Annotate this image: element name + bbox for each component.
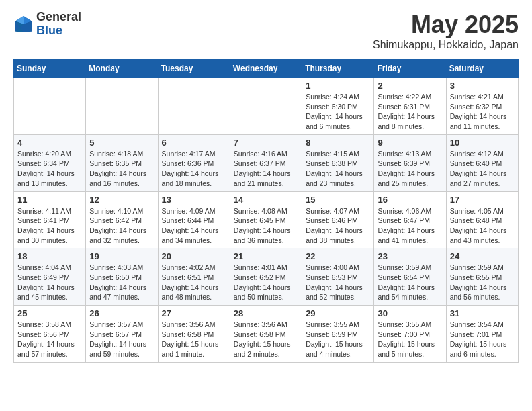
day-info: Sunrise: 4:00 AM Sunset: 6:53 PM Dayligh… [306, 263, 370, 302]
calendar-cell: 2Sunrise: 4:22 AM Sunset: 6:31 PM Daylig… [374, 78, 446, 135]
day-info: Sunrise: 4:18 AM Sunset: 6:35 PM Dayligh… [89, 149, 154, 189]
calendar-cell: 11Sunrise: 4:11 AM Sunset: 6:41 PM Dayli… [14, 191, 86, 248]
calendar-cell: 26Sunrise: 3:57 AM Sunset: 6:57 PM Dayli… [86, 306, 158, 363]
day-info: Sunrise: 4:05 AM Sunset: 6:48 PM Dayligh… [450, 206, 515, 246]
day-info: Sunrise: 3:56 AM Sunset: 6:58 PM Dayligh… [234, 320, 298, 359]
calendar-cell: 16Sunrise: 4:06 AM Sunset: 6:47 PM Dayli… [374, 191, 446, 248]
day-number: 16 [378, 195, 442, 205]
calendar-cell: 18Sunrise: 4:04 AM Sunset: 6:49 PM Dayli… [14, 248, 86, 306]
calendar-cell: 28Sunrise: 3:56 AM Sunset: 6:58 PM Dayli… [230, 306, 302, 363]
title-block: May 2025 Shimukappu, Hokkaido, Japan [373, 11, 519, 51]
day-info: Sunrise: 4:11 AM Sunset: 6:41 PM Dayligh… [17, 206, 82, 246]
calendar-cell: 1Sunrise: 4:24 AM Sunset: 6:30 PM Daylig… [302, 78, 374, 135]
calendar-cell: 20Sunrise: 4:02 AM Sunset: 6:51 PM Dayli… [158, 248, 230, 306]
day-header-saturday: Saturday [446, 60, 518, 78]
calendar-cell: 9Sunrise: 4:13 AM Sunset: 6:39 PM Daylig… [374, 134, 446, 191]
day-number: 27 [162, 308, 226, 318]
calendar-cell: 23Sunrise: 3:59 AM Sunset: 6:54 PM Dayli… [374, 248, 446, 306]
day-info: Sunrise: 3:59 AM Sunset: 6:54 PM Dayligh… [378, 263, 442, 302]
day-info: Sunrise: 4:20 AM Sunset: 6:34 PM Dayligh… [17, 149, 82, 189]
calendar-cell: 27Sunrise: 3:56 AM Sunset: 6:58 PM Dayli… [158, 306, 230, 363]
calendar-cell: 14Sunrise: 4:08 AM Sunset: 6:45 PM Dayli… [230, 191, 302, 248]
logo-blue: Blue [36, 24, 81, 38]
calendar-cell: 12Sunrise: 4:10 AM Sunset: 6:42 PM Dayli… [86, 191, 158, 248]
calendar-cell: 24Sunrise: 3:59 AM Sunset: 6:55 PM Dayli… [446, 248, 518, 306]
calendar-cell: 30Sunrise: 3:55 AM Sunset: 7:00 PM Dayli… [374, 306, 446, 363]
location-title: Shimukappu, Hokkaido, Japan [373, 39, 519, 51]
day-info: Sunrise: 4:24 AM Sunset: 6:30 PM Dayligh… [306, 92, 370, 132]
week-row-3: 11Sunrise: 4:11 AM Sunset: 6:41 PM Dayli… [14, 191, 519, 248]
day-info: Sunrise: 4:01 AM Sunset: 6:52 PM Dayligh… [234, 263, 298, 302]
day-info: Sunrise: 4:06 AM Sunset: 6:47 PM Dayligh… [378, 206, 442, 246]
calendar-cell [14, 78, 86, 135]
calendar-cell: 3Sunrise: 4:21 AM Sunset: 6:32 PM Daylig… [446, 78, 518, 135]
day-number: 17 [450, 195, 515, 205]
day-header-thursday: Thursday [302, 60, 374, 78]
calendar-header-row: SundayMondayTuesdayWednesdayThursdayFrid… [14, 60, 519, 78]
calendar-cell: 19Sunrise: 4:03 AM Sunset: 6:50 PM Dayli… [86, 248, 158, 306]
day-number: 26 [89, 308, 154, 318]
day-number: 13 [162, 195, 226, 205]
calendar-cell: 13Sunrise: 4:09 AM Sunset: 6:44 PM Dayli… [158, 191, 230, 248]
day-number: 28 [234, 308, 298, 318]
day-number: 14 [234, 195, 298, 205]
day-info: Sunrise: 3:55 AM Sunset: 6:59 PM Dayligh… [306, 320, 370, 359]
day-number: 29 [306, 308, 370, 318]
logo-text: General Blue [36, 11, 81, 38]
day-number: 1 [306, 81, 370, 91]
calendar-cell: 29Sunrise: 3:55 AM Sunset: 6:59 PM Dayli… [302, 306, 374, 363]
day-number: 2 [378, 81, 442, 91]
day-header-tuesday: Tuesday [158, 60, 230, 78]
day-info: Sunrise: 4:10 AM Sunset: 6:42 PM Dayligh… [89, 206, 154, 246]
day-header-wednesday: Wednesday [230, 60, 302, 78]
header: General Blue May 2025 Shimukappu, Hokkai… [13, 11, 519, 51]
day-info: Sunrise: 4:21 AM Sunset: 6:32 PM Dayligh… [450, 92, 515, 132]
day-info: Sunrise: 4:02 AM Sunset: 6:51 PM Dayligh… [162, 263, 226, 302]
day-number: 9 [378, 138, 442, 148]
day-info: Sunrise: 4:15 AM Sunset: 6:38 PM Dayligh… [306, 149, 370, 189]
calendar-cell [86, 78, 158, 135]
logo-general: General [36, 11, 81, 24]
calendar-cell: 31Sunrise: 3:54 AM Sunset: 7:01 PM Dayli… [446, 306, 518, 363]
day-header-sunday: Sunday [14, 60, 86, 78]
calendar-cell: 5Sunrise: 4:18 AM Sunset: 6:35 PM Daylig… [86, 134, 158, 191]
day-number: 30 [378, 308, 442, 318]
page: General Blue May 2025 Shimukappu, Hokkai… [0, 0, 532, 373]
day-info: Sunrise: 4:03 AM Sunset: 6:50 PM Dayligh… [89, 263, 154, 302]
day-number: 4 [17, 138, 82, 148]
day-info: Sunrise: 4:22 AM Sunset: 6:31 PM Dayligh… [378, 92, 442, 132]
calendar-table: SundayMondayTuesdayWednesdayThursdayFrid… [13, 59, 519, 363]
week-row-1: 1Sunrise: 4:24 AM Sunset: 6:30 PM Daylig… [14, 78, 519, 135]
day-info: Sunrise: 4:12 AM Sunset: 6:40 PM Dayligh… [450, 149, 515, 189]
calendar-cell [158, 78, 230, 135]
day-info: Sunrise: 4:16 AM Sunset: 6:37 PM Dayligh… [234, 149, 298, 189]
calendar-cell: 21Sunrise: 4:01 AM Sunset: 6:52 PM Dayli… [230, 248, 302, 306]
calendar-cell: 10Sunrise: 4:12 AM Sunset: 6:40 PM Dayli… [446, 134, 518, 191]
day-number: 5 [89, 138, 154, 148]
calendar-cell: 22Sunrise: 4:00 AM Sunset: 6:53 PM Dayli… [302, 248, 374, 306]
day-number: 22 [306, 251, 370, 261]
month-title: May 2025 [373, 11, 519, 39]
calendar-cell: 6Sunrise: 4:17 AM Sunset: 6:36 PM Daylig… [158, 134, 230, 191]
calendar-cell: 8Sunrise: 4:15 AM Sunset: 6:38 PM Daylig… [302, 134, 374, 191]
day-number: 10 [450, 138, 515, 148]
day-info: Sunrise: 3:55 AM Sunset: 7:00 PM Dayligh… [378, 320, 442, 359]
day-number: 19 [89, 251, 154, 261]
day-info: Sunrise: 3:56 AM Sunset: 6:58 PM Dayligh… [162, 320, 226, 359]
day-number: 31 [450, 308, 515, 318]
day-number: 6 [162, 138, 226, 148]
day-number: 3 [450, 81, 515, 91]
logo: General Blue [13, 11, 81, 38]
day-number: 11 [17, 195, 82, 205]
day-info: Sunrise: 4:17 AM Sunset: 6:36 PM Dayligh… [162, 149, 226, 189]
calendar-cell: 17Sunrise: 4:05 AM Sunset: 6:48 PM Dayli… [446, 191, 518, 248]
week-row-4: 18Sunrise: 4:04 AM Sunset: 6:49 PM Dayli… [14, 248, 519, 306]
day-info: Sunrise: 4:04 AM Sunset: 6:49 PM Dayligh… [17, 263, 82, 302]
day-number: 15 [306, 195, 370, 205]
day-info: Sunrise: 4:13 AM Sunset: 6:39 PM Dayligh… [378, 149, 442, 189]
day-info: Sunrise: 3:54 AM Sunset: 7:01 PM Dayligh… [450, 320, 515, 359]
day-number: 25 [17, 308, 82, 318]
calendar-cell: 15Sunrise: 4:07 AM Sunset: 6:46 PM Dayli… [302, 191, 374, 248]
day-number: 18 [17, 251, 82, 261]
day-info: Sunrise: 3:58 AM Sunset: 6:56 PM Dayligh… [17, 320, 82, 359]
